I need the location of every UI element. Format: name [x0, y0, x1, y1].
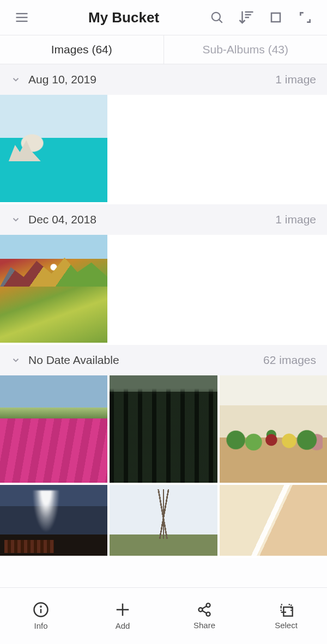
svg-line-4 — [219, 20, 222, 23]
section-header[interactable]: Aug 10, 2019 1 image — [0, 64, 327, 95]
section-count: 62 images — [263, 354, 316, 367]
section-date: Aug 10, 2019 — [28, 73, 96, 86]
svg-line-18 — [202, 606, 207, 609]
image-thumbnail[interactable] — [0, 485, 107, 556]
toolbar-label: Select — [275, 621, 298, 630]
empty-cell — [220, 95, 327, 202]
svg-point-16 — [199, 608, 203, 612]
chevron-down-icon — [11, 215, 21, 224]
select-button[interactable]: Select — [245, 588, 327, 644]
page-title: My Bucket — [88, 9, 159, 26]
svg-point-15 — [207, 603, 210, 607]
image-thumbnail[interactable] — [110, 375, 217, 483]
info-button[interactable]: Info — [0, 588, 82, 644]
tab-images[interactable]: Images (64) — [0, 35, 164, 64]
search-icon — [210, 10, 224, 25]
share-button[interactable]: Share — [164, 588, 245, 644]
chevron-down-icon — [11, 75, 21, 84]
image-grid — [0, 375, 327, 485]
expand-icon — [298, 10, 312, 25]
empty-cell — [110, 95, 217, 202]
image-grid — [0, 235, 327, 344]
hamburger-icon — [14, 10, 29, 25]
square-icon — [269, 11, 282, 24]
select-icon — [278, 602, 294, 617]
section-header[interactable]: Dec 04, 2018 1 image — [0, 204, 327, 235]
svg-point-12 — [40, 606, 41, 607]
image-thumbnail[interactable] — [0, 375, 107, 483]
menu-button[interactable] — [10, 5, 34, 29]
sort-icon — [238, 9, 255, 26]
tab-images-label: Images (64) — [51, 43, 112, 56]
section-date: No Date Available — [28, 354, 119, 367]
svg-rect-9 — [271, 13, 280, 22]
tab-subalbums[interactable]: Sub-Albums (43) — [164, 35, 328, 64]
image-thumbnail[interactable] — [0, 235, 107, 342]
image-thumbnail[interactable] — [220, 375, 327, 483]
section-count: 1 image — [275, 73, 316, 86]
empty-cell — [220, 235, 327, 342]
fullscreen-button[interactable] — [293, 5, 317, 29]
svg-point-17 — [207, 612, 210, 616]
image-thumbnail[interactable] — [0, 95, 107, 202]
toolbar-label: Info — [34, 621, 47, 630]
info-icon — [33, 602, 49, 618]
section-count: 1 image — [275, 213, 316, 226]
bottom-toolbar: Info Add Share Select — [0, 587, 327, 644]
image-grid — [0, 95, 327, 204]
empty-cell — [110, 235, 217, 342]
plus-icon — [114, 602, 131, 618]
toolbar-label: Add — [116, 621, 130, 630]
top-bar: My Bucket — [0, 0, 327, 35]
svg-point-3 — [212, 13, 220, 21]
toolbar-label: Share — [193, 621, 215, 630]
add-button[interactable]: Add — [82, 588, 164, 644]
search-button[interactable] — [205, 5, 229, 29]
image-thumbnail[interactable] — [110, 485, 217, 556]
content-scroll[interactable]: Aug 10, 2019 1 image Dec 04, 2018 1 imag… — [0, 64, 327, 587]
tab-bar: Images (64) Sub-Albums (43) — [0, 35, 327, 64]
image-grid — [0, 485, 327, 558]
sort-button[interactable] — [234, 5, 258, 29]
chevron-down-icon — [11, 355, 21, 365]
image-thumbnail[interactable] — [220, 485, 327, 556]
tab-subalbums-label: Sub-Albums (43) — [202, 43, 288, 56]
svg-line-19 — [202, 611, 207, 613]
section-header[interactable]: No Date Available 62 images — [0, 345, 327, 375]
share-icon — [197, 602, 212, 617]
view-grid-button[interactable] — [264, 5, 288, 29]
section-date: Dec 04, 2018 — [28, 213, 96, 226]
